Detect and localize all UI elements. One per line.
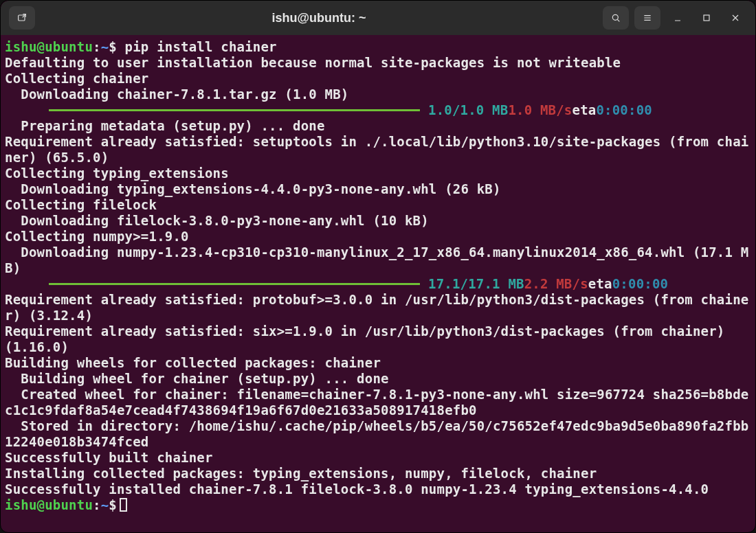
command: pip install chainer: [125, 39, 277, 54]
prompt-symbol: $: [109, 39, 117, 54]
progress-eta-label: eta: [588, 276, 612, 292]
output-line: Collecting filelock: [5, 197, 157, 212]
search-icon: [610, 12, 621, 23]
output-line: Building wheels for collected packages: …: [5, 355, 381, 370]
output-line: Collecting numpy>=1.9.0: [5, 229, 189, 244]
progress-done: 17.1/17.1 MB: [428, 276, 524, 292]
svg-rect-2: [704, 15, 709, 21]
output-line: Downloading filelock-3.8.0-py3-none-any.…: [5, 213, 429, 228]
maximize-icon: [701, 12, 712, 23]
output-line: Downloading numpy-1.23.4-cp310-cp310-man…: [5, 245, 748, 275]
search-button[interactable]: [603, 6, 629, 30]
cursor: [120, 498, 127, 512]
output-line: Collecting typing_extensions: [5, 166, 229, 181]
output-line: Requirement already satisfied: protobuf>…: [5, 292, 748, 323]
progress-bar: [49, 109, 420, 111]
close-button[interactable]: [724, 6, 747, 30]
new-tab-icon: [16, 12, 27, 23]
progress-eta: 0:00:00: [596, 102, 652, 118]
progress-speed: 1.0 MB/s: [508, 102, 572, 118]
progress-eta: 0:00:00: [612, 276, 668, 292]
output-line: Successfully installed chainer-7.8.1 fil…: [5, 481, 709, 497]
prompt-symbol: $: [109, 497, 117, 512]
svg-point-1: [612, 14, 618, 20]
window-title: ishu@ubuntu: ~: [35, 11, 603, 25]
output-line: Requirement already satisfied: setuptool…: [5, 134, 748, 165]
output-line: Downloading typing_extensions-4.4.0-py3-…: [5, 181, 501, 196]
menu-button[interactable]: [634, 6, 660, 30]
output-line: Requirement already satisfied: six>=1.9.…: [5, 324, 733, 354]
output-line: Successfully built chainer: [5, 450, 213, 465]
output-line: Created wheel for chainer: filename=chai…: [5, 387, 748, 418]
output-line: Preparing metadata (setup.py) ... done: [5, 118, 325, 133]
prompt-user: ishu@ubuntu: [5, 497, 93, 512]
prompt-sep: :: [93, 39, 101, 54]
progress-done: 1.0/1.0 MB: [428, 102, 508, 118]
progress-bar: [49, 283, 420, 285]
progress-row: 17.1/17.1 MB 2.2 MB/s eta 0:00:00: [5, 276, 751, 292]
hamburger-icon: [642, 12, 653, 23]
progress-row: 1.0/1.0 MB 1.0 MB/s eta 0:00:00: [5, 102, 751, 118]
output-line: Building wheel for chainer (setup.py) ..…: [5, 371, 389, 386]
output-line: Installing collected packages: typing_ex…: [5, 466, 597, 481]
maximize-button[interactable]: [695, 6, 718, 30]
titlebar: ishu@ubuntu: ~: [1, 1, 755, 35]
close-icon: [730, 12, 741, 23]
prompt-sep: :: [93, 497, 101, 512]
progress-speed: 2.2 MB/s: [524, 276, 588, 292]
prompt-path: ~: [101, 497, 109, 512]
output-line: Defaulting to user installation because …: [5, 55, 621, 70]
output-line: Stored in directory: /home/ishu/.cache/p…: [5, 418, 748, 449]
minimize-icon: [672, 12, 683, 23]
terminal-window: ishu@ubuntu: ~ ishu@ubuntu:~$ pip instal…: [0, 0, 756, 533]
new-tab-button[interactable]: [9, 6, 35, 30]
prompt-path: ~: [101, 39, 109, 54]
minimize-button[interactable]: [666, 6, 689, 30]
output-line: Downloading chainer-7.8.1.tar.gz (1.0 MB…: [5, 87, 348, 102]
terminal-body[interactable]: ishu@ubuntu:~$ pip install chainer Defau…: [1, 35, 755, 532]
prompt-user: ishu@ubuntu: [5, 39, 93, 54]
progress-eta-label: eta: [572, 102, 597, 118]
output-line: Collecting chainer: [5, 71, 149, 86]
